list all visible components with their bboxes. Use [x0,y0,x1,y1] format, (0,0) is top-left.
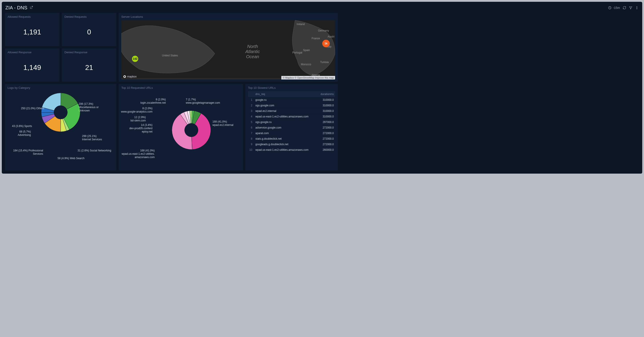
table-row[interactable]: 8stats.g.doubleclick.net272000.0 [248,136,335,142]
panel-title: Top 10 Requested URLs [121,86,240,89]
map[interactable]: NorthAtlanticOcean United States Ireland… [121,20,335,79]
header: ZIA - DNS -15m [5,4,639,13]
slowest-urls-table[interactable]: dns_req durationms 1google.ru310000.02og… [248,91,335,153]
table-row[interactable]: 1google.ru310000.0 [248,97,335,103]
panel-title: Denied Response [64,51,114,54]
panel-title: Allowed Requests [8,15,57,18]
chart-label: 206 (17.3%)Miscellaneous orUnknown [79,102,99,112]
table-row[interactable]: 4wpad.us-east-1.ec2-utilities.amazonaws.… [248,114,335,119]
refresh-button[interactable] [623,6,626,9]
panel-title: Server Locations [121,15,335,18]
country-label: Portugal [292,51,302,54]
export-icon[interactable] [30,6,33,10]
panel-title: Logs by Category [8,86,114,89]
chart-label: 68 (5.7%)Advertising [5,130,31,137]
country-label: United States [162,54,178,57]
chart-label: 299 (25.1%)Internet Services [82,135,102,141]
logs-donut-chart[interactable]: 250 (21.0%) Others 206 (17.3%)Miscellane… [8,91,114,168]
table-row[interactable]: 2ogs.google.com310000.0 [248,103,335,108]
server-locations-panel: Server Locations NorthAtlanticOcean Unit… [119,13,338,82]
ocean-label: NorthAtlanticOcean [245,44,260,59]
stat-value: 0 [64,20,114,44]
urls-donut-chart[interactable]: 168 (41.0%)wpad.ec2.internal 168 (41.0%)… [121,91,240,168]
time-range-selector[interactable]: -15m [608,6,620,9]
country-label: Austri [328,35,334,38]
dashboard: ZIA - DNS -15m Allowed Requests 1, [2,2,642,174]
top-requested-urls-panel: Top 10 Requested URLs 168 (41.0%)wpad.ec… [119,84,243,170]
table-header[interactable]: durationms [317,91,335,97]
svg-point-2 [637,7,637,8]
chart-label: 31 (2.6%) Social Networking [78,149,111,152]
panel-title: Top 10 Slowest URLs [248,86,335,89]
chart-label: 8 (2.0%)www.google-analytics.com [115,107,152,113]
denied-requests-panel[interactable]: Denied Requests 0 [62,13,116,46]
allowed-response-panel[interactable]: Allowed Response 1,149 [5,48,60,82]
panel-title: Allowed Response [8,51,57,54]
svg-point-1 [637,6,637,7]
table-row[interactable]: 5ogs.google.ru297000.0 [248,119,335,125]
filter-button[interactable] [629,6,632,9]
table-row[interactable]: 6adservice.google.com272000.0 [248,125,335,131]
country-label: Spain [303,49,310,52]
map-credits[interactable]: © Mapbox © OpenStreetMap Improve this ma… [281,76,335,79]
svg-point-3 [637,9,637,9]
more-button[interactable] [635,6,639,9]
chart-label: 43 (3.6%) Sports [5,125,32,128]
chart-label: 168 (41.0%)wpad.us-east-1.ec2-utilities.… [117,149,155,159]
chart-label: 184 (15.4%) ProfessionalServices [5,149,43,156]
country-label: France [312,37,320,40]
chart-label: 58 (4.9%) Web Search [58,157,84,160]
country-label: Morocco [301,63,311,66]
page-title: ZIA - DNS [5,5,27,11]
panel-title: Denied Requests [64,15,114,18]
chart-label: 12 (2.9%)bd-siem.com [117,116,146,122]
time-range-label: -15m [613,6,620,9]
svg-point-6 [124,76,125,77]
chart-label: 250 (21.0%) Others [8,107,44,110]
table-row[interactable]: 10wpad.us-east-1.ec2-utilities.amazonaws… [248,147,335,153]
table-row[interactable]: 9googleads.g.doubleclick.net272000.0 [248,142,335,147]
denied-response-panel[interactable]: Denied Response 21 [62,48,116,82]
table-header[interactable]: dns_req [254,91,317,97]
top-slowest-urls-panel: Top 10 Slowest URLs dns_req durationms 1… [245,84,338,170]
chart-label: 7 (1.7%)www.googletagmanager.com [186,98,220,105]
chart-label: 168 (41.0%)wpad.ec2.internal [212,120,233,127]
allowed-requests-panel[interactable]: Allowed Requests 1,191 [5,13,60,46]
country-label: Ireland [297,23,305,26]
logs-by-category-panel: Logs by Category 250 (21.0%) Others 206 … [5,84,116,170]
mapbox-logo: mapbox [123,75,137,78]
chart-label: 14 (3.4%)dev-prod05.conferdeploy.net [115,123,152,133]
country-label: Germany [318,29,329,32]
stat-value: 1,191 [8,20,57,44]
stat-value: 1,149 [8,56,57,79]
stat-value: 21 [64,56,114,79]
table-row[interactable]: 7aparat.com272000.0 [248,131,335,136]
chart-label: 8 (2.0%)login.zscalerthree.net [128,98,166,105]
table-header[interactable] [248,91,254,97]
table-row[interactable]: 3wpad.ec2.internal310000.0 [248,108,335,114]
country-label: Tunisia [320,61,329,64]
